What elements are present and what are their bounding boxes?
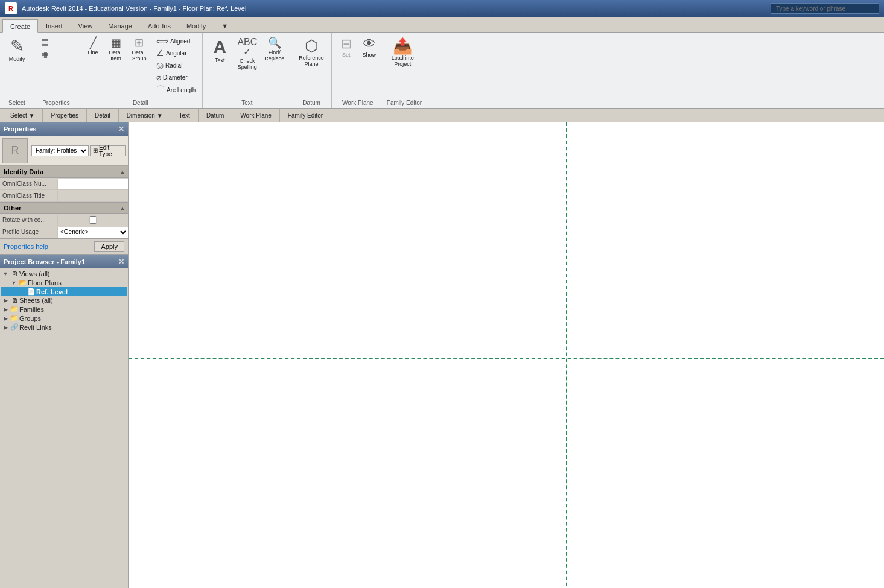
angular-icon: ∠	[156, 48, 164, 58]
arclength-button[interactable]: ⌒ Arc Length	[153, 83, 199, 96]
sheets-all-label: Sheets (all)	[19, 297, 53, 304]
drawing-area[interactable]	[129, 122, 884, 588]
edit-type-button[interactable]: ⊞ Edit Type	[90, 145, 126, 156]
modify-button[interactable]: ✎ Modify	[4, 35, 30, 65]
edit-type-label: Edit Type	[99, 144, 122, 157]
sheets-all-icon: 🖹	[10, 297, 19, 304]
sub-group-select: Select ▼	[2, 109, 43, 122]
title-text: Autodesk Revit 2014 - Educational Versio…	[22, 5, 246, 12]
other-section-collapse-icon: ▲	[119, 205, 126, 212]
sub-text[interactable]: Text	[175, 111, 194, 120]
rotate-with-checkbox[interactable]	[60, 216, 126, 224]
tab-more[interactable]: ▼	[214, 19, 236, 32]
properties-small-btn1[interactable]: ▤	[38, 36, 74, 48]
check-spelling-button[interactable]: ABC✓ CheckSpelling	[234, 35, 260, 72]
sub-properties[interactable]: Properties	[46, 111, 83, 120]
sub-dimension[interactable]: Dimension ▼	[122, 111, 167, 120]
tab-insert[interactable]: Insert	[38, 19, 71, 32]
tab-addins[interactable]: Add-Ins	[140, 19, 179, 32]
sub-group-properties: Properties	[43, 109, 87, 122]
app-icon: R	[5, 2, 17, 14]
tree-item-views-all[interactable]: ▼ 🖹 Views (all)	[1, 270, 127, 278]
aligned-icon: ⟺	[156, 36, 168, 46]
sub-group-text: Text	[171, 109, 199, 122]
search-input[interactable]	[771, 3, 879, 14]
omniclass-number-input[interactable]	[60, 180, 126, 187]
tree-item-ref-level[interactable]: 📄 Ref. Level	[1, 287, 127, 296]
detail-group-button[interactable]: ⊞ DetailGroup	[128, 35, 150, 64]
detail-item-button[interactable]: ▦ DetailItem	[105, 35, 127, 64]
tree-item-groups[interactable]: ▶ 📁 Groups	[1, 314, 127, 323]
ref-level-label: Ref. Level	[36, 288, 68, 296]
other-section-label: Other	[4, 204, 21, 212]
tab-manage[interactable]: Manage	[100, 19, 140, 32]
rotate-with-value[interactable]	[57, 215, 128, 226]
sheets-all-expand-icon: ▶	[1, 297, 10, 303]
profile-usage-dropdown[interactable]: <Generic>	[58, 227, 128, 238]
tree-item-sheets-all[interactable]: ▶ 🖹 Sheets (all)	[1, 296, 127, 305]
family-selector: Family: Profiles ⊞ Edit Type	[31, 145, 126, 156]
omniclass-number-row: OmniClass Nu...	[0, 178, 128, 190]
profile-usage-label: Profile Usage	[0, 229, 57, 235]
ribbon-group-familyeditor: 📤 Load intoProject Family Editor	[384, 33, 424, 108]
set-button[interactable]: ⊟ Set	[335, 35, 357, 60]
aligned-button[interactable]: ⟺ Aligned	[153, 35, 199, 47]
props-icon2: ▦	[41, 49, 49, 59]
properties-help-link[interactable]: Properties help	[4, 243, 48, 250]
line-icon: ╱	[90, 37, 97, 48]
properties-panel-title: Properties	[4, 125, 36, 133]
radial-button[interactable]: ◎ Radial	[153, 59, 199, 71]
ref-level-icon: 📄	[27, 288, 36, 296]
text-icon: A	[214, 38, 227, 56]
load-project-icon: 📤	[393, 38, 412, 54]
tree-item-floor-plans[interactable]: ▼ 📂 Floor Plans	[1, 278, 127, 287]
sub-familyeditor[interactable]: Family Editor	[284, 111, 327, 120]
revit-links-icon: 🔗	[10, 323, 19, 331]
diameter-button[interactable]: ⌀ Diameter	[153, 71, 199, 83]
properties-group-label: Properties	[37, 98, 75, 108]
other-section-header[interactable]: Other ▲	[0, 202, 128, 214]
sub-detail[interactable]: Detail	[91, 111, 115, 120]
apply-button[interactable]: Apply	[94, 241, 124, 252]
sub-group-detail: Detail	[87, 109, 119, 122]
tab-view[interactable]: View	[71, 19, 101, 32]
reference-plane-button[interactable]: ⬡ ReferencePlane	[295, 35, 328, 70]
omniclass-number-value[interactable]	[57, 179, 128, 189]
reference-plane-icon: ⬡	[305, 38, 319, 54]
omniclass-title-value	[57, 191, 128, 201]
angular-button[interactable]: ∠ Angular	[153, 47, 199, 59]
tab-modify[interactable]: Modify	[179, 19, 214, 32]
views-all-label: Views (all)	[19, 270, 50, 277]
sub-workplane[interactable]: Work Plane	[236, 111, 276, 120]
floor-plans-label: Floor Plans	[28, 279, 62, 286]
revit-links-expand-icon: ▶	[1, 324, 10, 330]
floor-plans-icon: 📂	[18, 279, 28, 286]
ribbon-group-datum: ⬡ ReferencePlane Datum	[291, 33, 332, 108]
sub-datum[interactable]: Datum	[202, 111, 228, 120]
tree-item-families[interactable]: ▶ 📁 Families	[1, 305, 127, 314]
profile-usage-row: Profile Usage <Generic>	[0, 226, 128, 238]
props-icon1: ▤	[41, 37, 49, 46]
tree-item-revit-links[interactable]: ▶ 🔗 Revit Links	[1, 323, 127, 332]
profile-usage-value[interactable]: <Generic>	[57, 227, 128, 238]
show-button[interactable]: 👁 Show	[358, 35, 380, 60]
properties-close-button[interactable]: ✕	[118, 125, 124, 133]
properties-small-btn2[interactable]: ▦	[38, 48, 74, 60]
tab-create[interactable]: Create	[2, 19, 38, 33]
drawing-canvas[interactable]	[129, 122, 884, 588]
vertical-reference-line	[566, 122, 567, 588]
identity-data-label: Identity Data	[4, 168, 43, 175]
text-button[interactable]: A Text	[206, 35, 233, 66]
title-bar: R Autodesk Revit 2014 - Educational Vers…	[0, 0, 884, 17]
family-dropdown[interactable]: Family: Profiles	[31, 145, 89, 156]
project-browser-close-button[interactable]: ✕	[118, 258, 124, 266]
sub-select[interactable]: Select ▼	[6, 111, 39, 120]
familyeditor-group-label: Family Editor	[387, 98, 422, 108]
find-replace-button[interactable]: 🔍 Find/Replace	[261, 35, 287, 64]
identity-data-section-header[interactable]: Identity Data ▲	[0, 166, 128, 178]
check-spelling-icon: ABC✓	[237, 37, 257, 57]
ribbon-group-properties: ▤ ▦ Properties	[34, 33, 78, 108]
line-button[interactable]: ╱ Line	[82, 35, 104, 58]
load-project-button[interactable]: 📤 Load intoProject	[388, 35, 418, 70]
properties-panel: Properties ✕ R Family: Profiles ⊞	[0, 122, 128, 255]
